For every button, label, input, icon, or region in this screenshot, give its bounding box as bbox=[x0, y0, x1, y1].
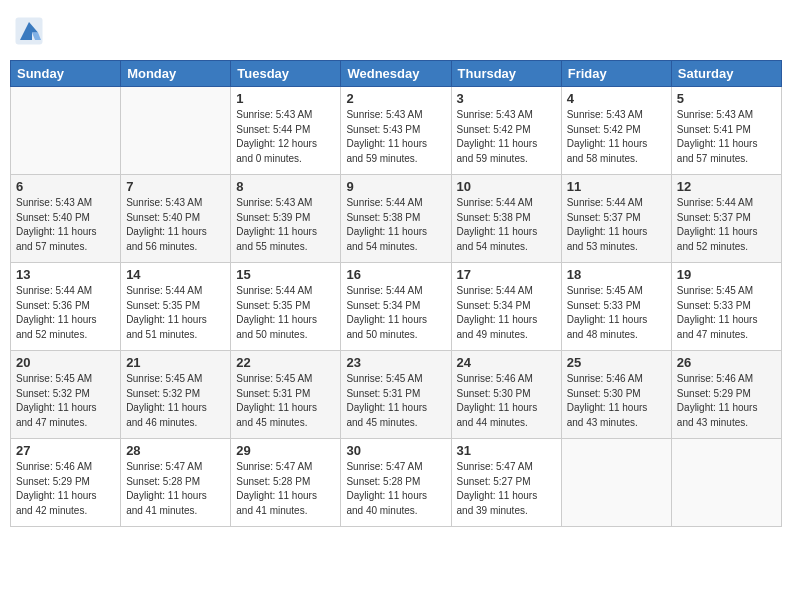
day-cell: 18Sunrise: 5:45 AM Sunset: 5:33 PM Dayli… bbox=[561, 263, 671, 351]
day-number: 16 bbox=[346, 267, 445, 282]
day-number: 8 bbox=[236, 179, 335, 194]
day-cell: 28Sunrise: 5:47 AM Sunset: 5:28 PM Dayli… bbox=[121, 439, 231, 527]
day-number: 23 bbox=[346, 355, 445, 370]
day-cell: 31Sunrise: 5:47 AM Sunset: 5:27 PM Dayli… bbox=[451, 439, 561, 527]
day-info: Sunrise: 5:47 AM Sunset: 5:28 PM Dayligh… bbox=[236, 460, 335, 518]
calendar-body: 1Sunrise: 5:43 AM Sunset: 5:44 PM Daylig… bbox=[11, 87, 782, 527]
day-cell: 1Sunrise: 5:43 AM Sunset: 5:44 PM Daylig… bbox=[231, 87, 341, 175]
weekday-header-saturday: Saturday bbox=[671, 61, 781, 87]
day-number: 18 bbox=[567, 267, 666, 282]
day-info: Sunrise: 5:43 AM Sunset: 5:42 PM Dayligh… bbox=[567, 108, 666, 166]
day-info: Sunrise: 5:45 AM Sunset: 5:32 PM Dayligh… bbox=[16, 372, 115, 430]
day-number: 30 bbox=[346, 443, 445, 458]
weekday-header-thursday: Thursday bbox=[451, 61, 561, 87]
weekday-header-friday: Friday bbox=[561, 61, 671, 87]
day-info: Sunrise: 5:43 AM Sunset: 5:41 PM Dayligh… bbox=[677, 108, 776, 166]
logo bbox=[14, 16, 48, 46]
day-info: Sunrise: 5:46 AM Sunset: 5:29 PM Dayligh… bbox=[16, 460, 115, 518]
day-cell: 17Sunrise: 5:44 AM Sunset: 5:34 PM Dayli… bbox=[451, 263, 561, 351]
day-number: 3 bbox=[457, 91, 556, 106]
week-row-1: 1Sunrise: 5:43 AM Sunset: 5:44 PM Daylig… bbox=[11, 87, 782, 175]
day-info: Sunrise: 5:44 AM Sunset: 5:37 PM Dayligh… bbox=[567, 196, 666, 254]
day-cell: 16Sunrise: 5:44 AM Sunset: 5:34 PM Dayli… bbox=[341, 263, 451, 351]
week-row-3: 13Sunrise: 5:44 AM Sunset: 5:36 PM Dayli… bbox=[11, 263, 782, 351]
day-info: Sunrise: 5:44 AM Sunset: 5:34 PM Dayligh… bbox=[346, 284, 445, 342]
day-cell: 12Sunrise: 5:44 AM Sunset: 5:37 PM Dayli… bbox=[671, 175, 781, 263]
day-cell: 23Sunrise: 5:45 AM Sunset: 5:31 PM Dayli… bbox=[341, 351, 451, 439]
week-row-4: 20Sunrise: 5:45 AM Sunset: 5:32 PM Dayli… bbox=[11, 351, 782, 439]
day-number: 11 bbox=[567, 179, 666, 194]
day-number: 13 bbox=[16, 267, 115, 282]
day-info: Sunrise: 5:43 AM Sunset: 5:43 PM Dayligh… bbox=[346, 108, 445, 166]
day-cell: 3Sunrise: 5:43 AM Sunset: 5:42 PM Daylig… bbox=[451, 87, 561, 175]
day-info: Sunrise: 5:45 AM Sunset: 5:33 PM Dayligh… bbox=[677, 284, 776, 342]
day-cell: 22Sunrise: 5:45 AM Sunset: 5:31 PM Dayli… bbox=[231, 351, 341, 439]
day-info: Sunrise: 5:45 AM Sunset: 5:31 PM Dayligh… bbox=[236, 372, 335, 430]
day-info: Sunrise: 5:43 AM Sunset: 5:39 PM Dayligh… bbox=[236, 196, 335, 254]
day-number: 10 bbox=[457, 179, 556, 194]
day-cell: 19Sunrise: 5:45 AM Sunset: 5:33 PM Dayli… bbox=[671, 263, 781, 351]
day-info: Sunrise: 5:43 AM Sunset: 5:44 PM Dayligh… bbox=[236, 108, 335, 166]
day-number: 21 bbox=[126, 355, 225, 370]
day-cell: 4Sunrise: 5:43 AM Sunset: 5:42 PM Daylig… bbox=[561, 87, 671, 175]
day-info: Sunrise: 5:46 AM Sunset: 5:30 PM Dayligh… bbox=[567, 372, 666, 430]
day-number: 29 bbox=[236, 443, 335, 458]
day-cell: 5Sunrise: 5:43 AM Sunset: 5:41 PM Daylig… bbox=[671, 87, 781, 175]
day-number: 20 bbox=[16, 355, 115, 370]
day-cell: 25Sunrise: 5:46 AM Sunset: 5:30 PM Dayli… bbox=[561, 351, 671, 439]
logo-icon bbox=[14, 16, 44, 46]
day-cell: 14Sunrise: 5:44 AM Sunset: 5:35 PM Dayli… bbox=[121, 263, 231, 351]
day-cell: 24Sunrise: 5:46 AM Sunset: 5:30 PM Dayli… bbox=[451, 351, 561, 439]
day-number: 19 bbox=[677, 267, 776, 282]
day-number: 6 bbox=[16, 179, 115, 194]
day-number: 2 bbox=[346, 91, 445, 106]
weekday-header-monday: Monday bbox=[121, 61, 231, 87]
day-number: 14 bbox=[126, 267, 225, 282]
day-cell: 9Sunrise: 5:44 AM Sunset: 5:38 PM Daylig… bbox=[341, 175, 451, 263]
weekday-header-wednesday: Wednesday bbox=[341, 61, 451, 87]
day-info: Sunrise: 5:47 AM Sunset: 5:27 PM Dayligh… bbox=[457, 460, 556, 518]
day-info: Sunrise: 5:45 AM Sunset: 5:33 PM Dayligh… bbox=[567, 284, 666, 342]
day-cell: 13Sunrise: 5:44 AM Sunset: 5:36 PM Dayli… bbox=[11, 263, 121, 351]
day-cell bbox=[561, 439, 671, 527]
day-number: 25 bbox=[567, 355, 666, 370]
day-cell: 10Sunrise: 5:44 AM Sunset: 5:38 PM Dayli… bbox=[451, 175, 561, 263]
day-number: 7 bbox=[126, 179, 225, 194]
day-cell: 11Sunrise: 5:44 AM Sunset: 5:37 PM Dayli… bbox=[561, 175, 671, 263]
day-info: Sunrise: 5:47 AM Sunset: 5:28 PM Dayligh… bbox=[346, 460, 445, 518]
day-number: 27 bbox=[16, 443, 115, 458]
weekday-header-row: SundayMondayTuesdayWednesdayThursdayFrid… bbox=[11, 61, 782, 87]
day-number: 1 bbox=[236, 91, 335, 106]
day-number: 31 bbox=[457, 443, 556, 458]
day-info: Sunrise: 5:44 AM Sunset: 5:37 PM Dayligh… bbox=[677, 196, 776, 254]
day-number: 12 bbox=[677, 179, 776, 194]
day-cell bbox=[671, 439, 781, 527]
day-number: 5 bbox=[677, 91, 776, 106]
weekday-header-tuesday: Tuesday bbox=[231, 61, 341, 87]
day-info: Sunrise: 5:44 AM Sunset: 5:35 PM Dayligh… bbox=[236, 284, 335, 342]
day-cell: 8Sunrise: 5:43 AM Sunset: 5:39 PM Daylig… bbox=[231, 175, 341, 263]
week-row-5: 27Sunrise: 5:46 AM Sunset: 5:29 PM Dayli… bbox=[11, 439, 782, 527]
day-cell: 15Sunrise: 5:44 AM Sunset: 5:35 PM Dayli… bbox=[231, 263, 341, 351]
day-cell: 20Sunrise: 5:45 AM Sunset: 5:32 PM Dayli… bbox=[11, 351, 121, 439]
day-info: Sunrise: 5:44 AM Sunset: 5:35 PM Dayligh… bbox=[126, 284, 225, 342]
day-cell: 29Sunrise: 5:47 AM Sunset: 5:28 PM Dayli… bbox=[231, 439, 341, 527]
day-info: Sunrise: 5:44 AM Sunset: 5:38 PM Dayligh… bbox=[457, 196, 556, 254]
calendar-header: SundayMondayTuesdayWednesdayThursdayFrid… bbox=[11, 61, 782, 87]
calendar-table: SundayMondayTuesdayWednesdayThursdayFrid… bbox=[10, 60, 782, 527]
day-number: 28 bbox=[126, 443, 225, 458]
day-number: 26 bbox=[677, 355, 776, 370]
day-cell: 30Sunrise: 5:47 AM Sunset: 5:28 PM Dayli… bbox=[341, 439, 451, 527]
day-cell: 2Sunrise: 5:43 AM Sunset: 5:43 PM Daylig… bbox=[341, 87, 451, 175]
day-number: 22 bbox=[236, 355, 335, 370]
day-info: Sunrise: 5:43 AM Sunset: 5:42 PM Dayligh… bbox=[457, 108, 556, 166]
day-info: Sunrise: 5:45 AM Sunset: 5:31 PM Dayligh… bbox=[346, 372, 445, 430]
day-info: Sunrise: 5:46 AM Sunset: 5:30 PM Dayligh… bbox=[457, 372, 556, 430]
day-cell bbox=[121, 87, 231, 175]
page-header bbox=[10, 10, 782, 52]
week-row-2: 6Sunrise: 5:43 AM Sunset: 5:40 PM Daylig… bbox=[11, 175, 782, 263]
day-number: 24 bbox=[457, 355, 556, 370]
weekday-header-sunday: Sunday bbox=[11, 61, 121, 87]
day-cell: 26Sunrise: 5:46 AM Sunset: 5:29 PM Dayli… bbox=[671, 351, 781, 439]
day-info: Sunrise: 5:47 AM Sunset: 5:28 PM Dayligh… bbox=[126, 460, 225, 518]
